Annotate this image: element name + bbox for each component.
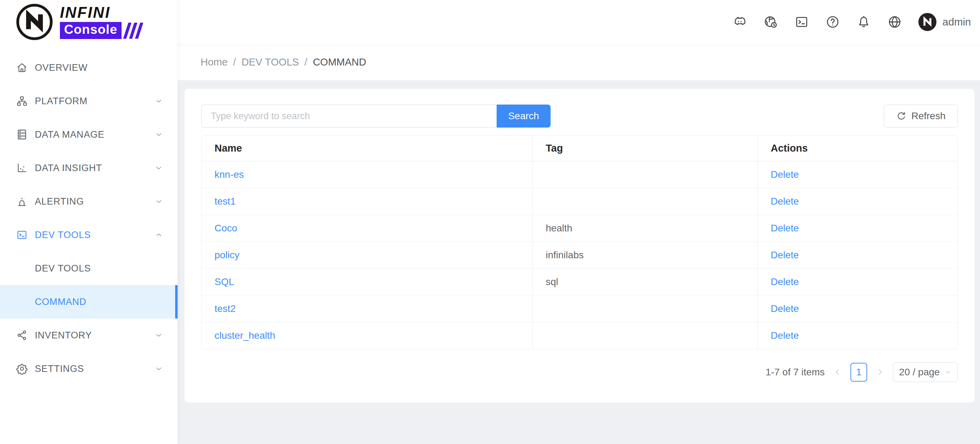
command-name-link[interactable]: knn-es (215, 169, 244, 180)
chevron-down-icon (154, 364, 163, 373)
cell-name: test1 (202, 188, 533, 215)
table-row: policyinfinilabsDelete (202, 242, 957, 269)
command-name-link[interactable]: Coco (215, 223, 237, 233)
command-name-link[interactable]: test1 (215, 196, 236, 207)
refresh-button[interactable]: Refresh (884, 105, 958, 128)
discord-icon[interactable] (732, 14, 747, 30)
sidebar-item-label: DEV TOOLS (35, 230, 91, 241)
sidebar-subitem-command[interactable]: COMMAND (0, 285, 178, 319)
sidebar-item-alerting[interactable]: ALERTING (0, 185, 178, 218)
cell-name: policy (202, 242, 533, 269)
help-icon[interactable] (825, 14, 840, 30)
page-number-1[interactable]: 1 (850, 363, 867, 382)
command-name-link[interactable]: test2 (215, 303, 236, 314)
search-group: Search (201, 105, 550, 128)
sidebar-item-inventory[interactable]: INVENTORY (0, 319, 178, 352)
chevron-right-icon (875, 368, 885, 377)
command-name-link[interactable]: SQL (215, 276, 234, 287)
page-size-select[interactable]: 20 / page (893, 363, 958, 382)
chevron-down-icon (154, 197, 163, 206)
terminal-icon[interactable] (794, 14, 809, 30)
timezone-globe-icon[interactable] (763, 14, 778, 30)
delete-link[interactable]: Delete (771, 249, 799, 260)
cell-tag (533, 323, 757, 349)
delete-link[interactable]: Delete (771, 223, 799, 233)
cell-actions: Delete (757, 242, 957, 269)
pagination: 1-7 of 7 items 1 20 / page (201, 363, 958, 382)
brand-product: Console (60, 22, 121, 39)
delete-link[interactable]: Delete (771, 169, 799, 180)
cell-tag (533, 188, 757, 215)
sidebar-nav: OVERVIEWPLATFORMDATA MANAGEDATA INSIGHTA… (0, 51, 178, 385)
column-header-name: Name (202, 136, 533, 161)
cell-tag: sql (533, 269, 757, 295)
delete-link[interactable]: Delete (771, 330, 799, 341)
breadcrumb-item-home[interactable]: Home (200, 56, 228, 68)
sidebar-item-data-manage[interactable]: DATA MANAGE (0, 118, 178, 151)
page-size-value: 20 / page (899, 367, 940, 378)
cell-actions: Delete (757, 215, 957, 242)
sidebar-item-overview[interactable]: OVERVIEW (0, 51, 178, 84)
sidebar-item-label: INVENTORY (35, 330, 92, 341)
column-header-actions: Actions (757, 136, 957, 161)
user-avatar-icon (918, 13, 937, 31)
commands-table: NameTagActions knn-esDeletetest1DeleteCo… (202, 136, 957, 349)
refresh-label: Refresh (912, 110, 945, 121)
brand-slashes-decoration (126, 22, 141, 39)
cell-actions: Delete (757, 269, 957, 295)
sidebar-item-data-insight[interactable]: DATA INSIGHT (0, 151, 178, 185)
chevron-down-icon (154, 164, 163, 172)
command-name-link[interactable]: cluster_health (215, 330, 275, 341)
search-button[interactable]: Search (496, 105, 550, 128)
cell-name: Coco (202, 215, 533, 242)
language-globe-icon[interactable] (887, 14, 902, 30)
platform-icon (16, 95, 28, 107)
commands-table-frame: NameTagActions knn-esDeletetest1DeleteCo… (201, 135, 958, 349)
cell-actions: Delete (757, 188, 957, 215)
brand-name: INFINI (60, 5, 141, 20)
command-name-link[interactable]: policy (215, 249, 240, 260)
cell-name: test2 (202, 295, 533, 323)
cell-actions: Delete (757, 323, 957, 349)
sidebar-item-label: DATA MANAGE (35, 129, 105, 140)
sidebar-subitem-dev-tools[interactable]: DEV TOOLS (0, 252, 178, 285)
infini-logo-icon (15, 3, 54, 41)
sidebar-item-platform[interactable]: PLATFORM (0, 84, 178, 118)
cell-tag: health (533, 215, 757, 242)
user-menu[interactable]: admin (918, 13, 971, 31)
sidebar-item-label: OVERVIEW (35, 62, 88, 73)
sidebar-item-label: SETTINGS (35, 364, 84, 374)
prev-page-button[interactable] (833, 368, 842, 377)
brand-logo[interactable]: INFINI Console (0, 0, 178, 44)
sidebar-subitem-label: DEV TOOLS (35, 263, 91, 274)
column-header-tag: Tag (533, 136, 757, 161)
refresh-icon (896, 111, 907, 121)
cell-actions: Delete (757, 295, 957, 323)
notifications-bell-icon[interactable] (856, 14, 871, 30)
cell-name: knn-es (202, 161, 533, 188)
table-row: test1Delete (202, 188, 957, 215)
breadcrumb-item-dev-tools[interactable]: DEV TOOLS (241, 56, 299, 68)
sidebar-item-settings[interactable]: SETTINGS (0, 352, 178, 385)
delete-link[interactable]: Delete (771, 196, 799, 207)
cell-name: SQL (202, 269, 533, 295)
table-row: CocohealthDelete (202, 215, 957, 242)
sidebar-subitem-label: COMMAND (35, 297, 86, 307)
table-row: test2Delete (202, 295, 957, 323)
cell-name: cluster_health (202, 323, 533, 349)
delete-link[interactable]: Delete (771, 303, 799, 314)
breadcrumb-item-command: COMMAND (313, 56, 366, 68)
chevron-down-icon (154, 97, 163, 105)
pagination-summary: 1-7 of 7 items (765, 367, 825, 378)
sidebar-item-label: PLATFORM (35, 96, 88, 107)
delete-link[interactable]: Delete (771, 276, 799, 287)
main-content: Search Refresh NameTagActions knn-esDele… (178, 80, 980, 444)
search-input[interactable] (201, 105, 496, 128)
chevron-left-icon (833, 368, 842, 377)
data-manage-icon (16, 129, 28, 141)
next-page-button[interactable] (875, 368, 885, 377)
chevron-down-icon (945, 369, 951, 376)
sidebar-item-dev-tools[interactable]: DEV TOOLS (0, 218, 178, 252)
chevron-down-icon (154, 130, 163, 139)
breadcrumb-separator: / (304, 56, 307, 68)
